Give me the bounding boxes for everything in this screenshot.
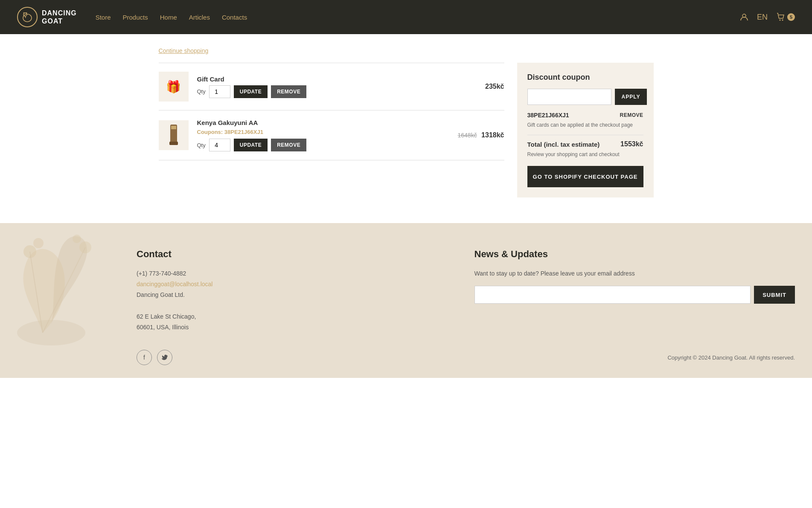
update-button-kenya[interactable]: UPDATE (234, 139, 268, 151)
contact-title: Contact (137, 249, 457, 260)
newsletter-input[interactable] (474, 286, 751, 304)
total-amount: 1553kč (620, 140, 643, 148)
qty-input-kenya[interactable] (209, 139, 230, 151)
coupon-input[interactable] (527, 89, 611, 105)
cart-items: 🎁 Gift Card Qty UPDATE REMOVE 235kč (159, 63, 504, 160)
address-line1: 62 E Lake St Chicago, (137, 311, 457, 322)
cart-layout: 🎁 Gift Card Qty UPDATE REMOVE 235kč (159, 63, 654, 197)
newsletter-submit-button[interactable]: SUBMIT (754, 286, 795, 304)
cart-item-giftcard: 🎁 Gift Card Qty UPDATE REMOVE 235kč (159, 63, 504, 110)
item-details-giftcard: Gift Card Qty UPDATE REMOVE (197, 75, 453, 98)
facebook-button[interactable]: f (137, 350, 152, 365)
address-line2: 60601, USA, Illinois (137, 322, 457, 333)
svg-point-0 (23, 14, 32, 22)
svg-point-15 (73, 235, 81, 243)
main-content: Continue shopping 🎁 Gift Card Qty UPDATE… (150, 34, 662, 223)
newsletter-row: SUBMIT (474, 286, 795, 304)
coupon-row: APPLY (527, 89, 643, 105)
logo-icon (17, 7, 38, 27)
nav-contacts[interactable]: Contacts (222, 14, 247, 21)
coupon-code-inline: 38PE21J66XJ1 (224, 129, 263, 135)
coupon-label: Coupons: (197, 129, 223, 135)
social-links: f (17, 350, 172, 365)
news-text: Want to stay up to date? Please leave us… (474, 268, 795, 279)
item-name: Gift Card (197, 75, 453, 83)
old-price-value: 1648kč (458, 132, 477, 139)
contact-company: Dancing Goat Ltd. (137, 290, 457, 300)
item-price-kenya: 1648kč 1318kč (458, 131, 504, 139)
new-price-value: 1318kč (481, 131, 504, 139)
remove-button-giftcard[interactable]: REMOVE (271, 85, 306, 98)
footer-news: News & Updates Want to stay up to date? … (474, 249, 795, 333)
coupon-note: Gift cards can be applied at the checkou… (527, 122, 643, 128)
total-row: Total (incl. tax estimate) 1553kč (527, 140, 643, 148)
account-button[interactable] (740, 13, 748, 21)
applied-coupon-code: 38PE21J66XJ1 (527, 112, 569, 119)
item-qty-row: Qty UPDATE REMOVE (197, 85, 453, 98)
language-button[interactable]: EN (757, 13, 768, 22)
remove-button-kenya[interactable]: REMOVE (271, 139, 306, 151)
logo[interactable]: DANCING GOAT (17, 7, 77, 27)
nav-home[interactable]: Home (160, 14, 177, 21)
footer-main: Contact (+1) 773-740-4882 dancinggoat@lo… (0, 223, 812, 350)
item-coupons: Coupons: 38PE21J66XJ1 (197, 129, 449, 135)
logo-text: DANCING GOAT (42, 9, 77, 25)
checkout-button[interactable]: GO TO SHOPIFY CHECKOUT PAGE (527, 166, 643, 187)
svg-point-13 (33, 238, 44, 248)
contact-phone: (+1) 773-740-4882 (137, 268, 457, 279)
cart-button[interactable]: 5 (776, 12, 795, 22)
nav-store[interactable]: Store (96, 14, 111, 21)
main-nav: Store Products Home Articles Contacts (96, 14, 247, 21)
cart-count: 5 (787, 13, 795, 21)
cart-sidebar: Discount coupon APPLY 38PE21J66XJ1 REMOV… (517, 63, 654, 197)
apply-coupon-button[interactable]: APPLY (615, 89, 647, 105)
remove-coupon-button[interactable]: REMOVE (620, 112, 643, 118)
contact-email[interactable]: dancinggoat@localhost.local (137, 281, 212, 287)
applied-coupon-row: 38PE21J66XJ1 REMOVE (527, 112, 643, 119)
svg-line-2 (25, 16, 26, 18)
svg-rect-9 (171, 126, 176, 129)
header-right: EN 5 (740, 12, 795, 22)
news-title: News & Updates (474, 249, 795, 260)
footer-bottom: f Copyright © 2024 Dancing Goat. All rig… (0, 350, 812, 378)
item-image-giftcard: 🎁 (159, 72, 189, 102)
svg-point-7 (782, 20, 783, 21)
total-label: Total (incl. tax estimate) (527, 141, 600, 148)
twitter-button[interactable] (157, 350, 172, 365)
copyright: Copyright © 2024 Dancing Goat. All right… (667, 354, 795, 361)
review-note: Review your shopping cart and checkout (527, 151, 643, 157)
item-qty-row-kenya: Qty UPDATE REMOVE (197, 139, 449, 151)
site-footer: Contact (+1) 773-740-4882 dancinggoat@lo… (0, 223, 812, 378)
divider (527, 135, 643, 135)
item-price-giftcard: 235kč (462, 83, 504, 90)
site-header: DANCING GOAT Store Products Home Article… (0, 0, 812, 34)
footer-contact: Contact (+1) 773-740-4882 dancinggoat@lo… (17, 249, 457, 333)
item-details-kenya: Kenya Gakuyuni AA Coupons: 38PE21J66XJ1 … (197, 119, 449, 151)
update-button-giftcard[interactable]: UPDATE (234, 85, 268, 98)
svg-point-6 (780, 20, 781, 21)
continue-shopping-link[interactable]: Continue shopping (159, 47, 209, 54)
nav-products[interactable]: Products (123, 14, 148, 21)
qty-input-giftcard[interactable] (209, 85, 230, 98)
cart-item-kenya: Kenya Gakuyuni AA Coupons: 38PE21J66XJ1 … (159, 110, 504, 160)
svg-rect-10 (169, 142, 178, 145)
lang-label: EN (757, 13, 768, 22)
item-image-kenya (159, 120, 189, 150)
item-name-kenya: Kenya Gakuyuni AA (197, 119, 449, 126)
price-value: 235kč (485, 83, 504, 90)
nav-articles[interactable]: Articles (189, 14, 210, 21)
qty-label-kenya: Qty (197, 142, 206, 148)
qty-label: Qty (197, 88, 206, 95)
header-left: DANCING GOAT Store Products Home Article… (17, 7, 247, 27)
sidebar-title: Discount coupon (527, 73, 643, 82)
